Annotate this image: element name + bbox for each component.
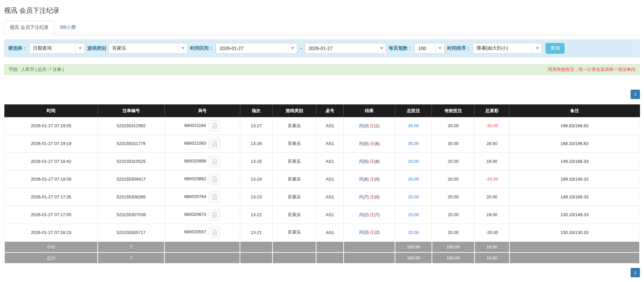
game-type-select[interactable]: 百家乐: [108, 43, 188, 54]
summary-bar: 币别 : 人民币 | 总共 :7 注单 | 同局有效投注，统一计算在该局第一张注…: [4, 64, 640, 75]
round-id-cell: 680020862: [164, 170, 240, 188]
query-button[interactable]: 查询: [546, 43, 564, 54]
video-replay-button[interactable]: [209, 174, 220, 185]
game-type-value: 百家乐: [109, 45, 178, 51]
table-no-cell: AS1: [316, 117, 343, 135]
total-bet-link[interactable]: 20.00: [408, 194, 419, 199]
banker-result-label: 庄: [370, 177, 374, 182]
remark-cell: 149.33/169.33: [509, 188, 640, 206]
total-bet-cell: 20.00: [395, 152, 432, 170]
bet-id-cell: 523155312992: [98, 117, 164, 135]
tab-bb-tips[interactable]: BB小费: [54, 20, 82, 35]
date-separator: ~: [300, 46, 302, 51]
video-replay-button[interactable]: [209, 138, 220, 149]
chevron-down-icon[interactable]: [435, 43, 444, 53]
table-row: 2026-01-27 07:17:00 523155307039 6800206…: [4, 206, 640, 224]
chevron-down-icon[interactable]: [533, 43, 542, 53]
summary-valid-bet-cell: 160.00: [432, 252, 475, 264]
date-to-picker[interactable]: 2026-01-27: [305, 43, 386, 54]
valid-bet-cell: 20.00: [432, 188, 475, 206]
round-id: 680020673: [184, 212, 206, 217]
summary-currency-count: 币别 : 人民币 | 总共 :7 注单 |: [9, 66, 64, 73]
round-id-cell: 680020673: [164, 206, 240, 224]
banker-result-label: 庄: [370, 159, 374, 164]
film-file-icon: [211, 194, 218, 200]
game-type-cell: 百家乐: [273, 117, 316, 135]
chevron-down-icon[interactable]: [288, 43, 297, 53]
result-cell: 闲(3) 庄(1): [344, 117, 395, 135]
total-bet-link[interactable]: 30.00: [408, 141, 419, 146]
page-1-button[interactable]: 1: [631, 268, 640, 277]
total-bet-cell: 20.00: [395, 224, 432, 241]
bet-id-cell: 523155309417: [98, 170, 164, 188]
total-bet-link[interactable]: 30.00: [408, 123, 419, 128]
video-replay-button[interactable]: [209, 227, 220, 238]
player-result-value: (3): [363, 230, 369, 235]
valid-bet-cell: 20.00: [432, 206, 475, 224]
player-result-value: (5): [363, 159, 369, 164]
betting-records-table: 时间注单编号局号场次游戏类别桌号结果总投注有效投注总派彩备注 2026-01-2…: [4, 104, 640, 264]
round-id-cell: 680021164: [164, 117, 240, 135]
player-result-value: (6): [363, 177, 369, 182]
banker-result-label: 庄: [370, 123, 374, 128]
player-result-value: (0): [363, 141, 369, 146]
table-no-cell: AS1: [316, 170, 343, 188]
column-header: 局号: [164, 104, 240, 117]
column-header: 总投注: [395, 104, 432, 117]
player-result-label: 闲: [359, 159, 363, 164]
table-no-cell: AS1: [316, 224, 343, 241]
table-no-cell: AS1: [316, 152, 343, 170]
player-result-label: 闲: [359, 230, 363, 235]
total-bet-link[interactable]: 20.00: [408, 177, 419, 182]
game-type-cell: 百家乐: [273, 170, 316, 188]
valid-bet-cell: 20.00: [432, 224, 475, 241]
remark-cell: 149.33/168.33: [509, 152, 640, 170]
round-id-cell: 680020764: [164, 188, 240, 206]
session-cell: 13-21: [240, 224, 273, 241]
query-type-select[interactable]: 日期查询: [29, 43, 85, 54]
result-cell: 闲(6) 庄(0): [344, 170, 395, 188]
banker-result-value: (0): [374, 194, 380, 199]
video-replay-button[interactable]: [209, 191, 220, 203]
game-type-label: 游戏类别: [87, 45, 106, 51]
page-size-value: 100: [415, 46, 435, 51]
player-result-label: 闲: [359, 141, 363, 146]
game-type-cell: 百家乐: [273, 206, 316, 224]
tab-betting-records[interactable]: 视讯 会员下注纪录: [4, 20, 54, 35]
chevron-down-icon[interactable]: [377, 43, 386, 53]
video-replay-button[interactable]: [209, 120, 220, 132]
player-result-label: 闲: [359, 123, 363, 128]
filter-bar: 请选择： 日期查询 游戏类别 百家乐 时间区间： 2026-01-27 ~ 20…: [4, 39, 640, 57]
sort-select[interactable]: 降幂(由大到小): [473, 43, 542, 54]
chevron-down-icon[interactable]: [178, 43, 187, 53]
player-result-value: (3): [363, 123, 369, 128]
sort-label: 时间排序：: [447, 45, 470, 51]
payout-cell: 19.00: [475, 206, 509, 224]
banker-result-value: (8): [374, 141, 380, 146]
page-size-select[interactable]: 100: [414, 43, 445, 54]
valid-bet-cell: 30.00: [432, 117, 475, 135]
result-cell: 闲(7) 庄(0): [344, 188, 395, 206]
summary-total-bet-cell: 160.00: [395, 241, 432, 252]
video-replay-button[interactable]: [209, 209, 220, 221]
total-bet-cell: 20.00: [395, 206, 432, 224]
remark-cell: 130.33/149.33: [509, 206, 640, 224]
date-from-picker[interactable]: 2026-01-27: [216, 43, 297, 54]
result-cell: 闲(3) 庄(2): [344, 224, 395, 241]
total-bet-link[interactable]: 20.00: [408, 212, 419, 217]
column-header: 场次: [240, 104, 273, 117]
film-file-icon: [211, 158, 218, 165]
column-header: 备注: [509, 104, 640, 117]
game-type-cell: 百家乐: [273, 188, 316, 206]
total-bet-link[interactable]: 20.00: [408, 159, 419, 164]
time-cell: 2026-01-27 07:17:00: [4, 206, 98, 224]
video-replay-button[interactable]: [209, 156, 220, 167]
time-cell: 2026-01-27 07:19:55: [4, 117, 98, 135]
page-1-button[interactable]: 1: [631, 90, 640, 99]
chevron-down-icon[interactable]: [76, 43, 85, 53]
query-type-value: 日期查询: [30, 45, 76, 51]
total-bet-link[interactable]: 20.00: [408, 230, 419, 235]
result-cell: 闲(0) 庄(8): [344, 135, 395, 152]
page-title: 视讯 会员下注纪录: [4, 6, 640, 15]
query-type-label: 请选择：: [8, 45, 27, 51]
